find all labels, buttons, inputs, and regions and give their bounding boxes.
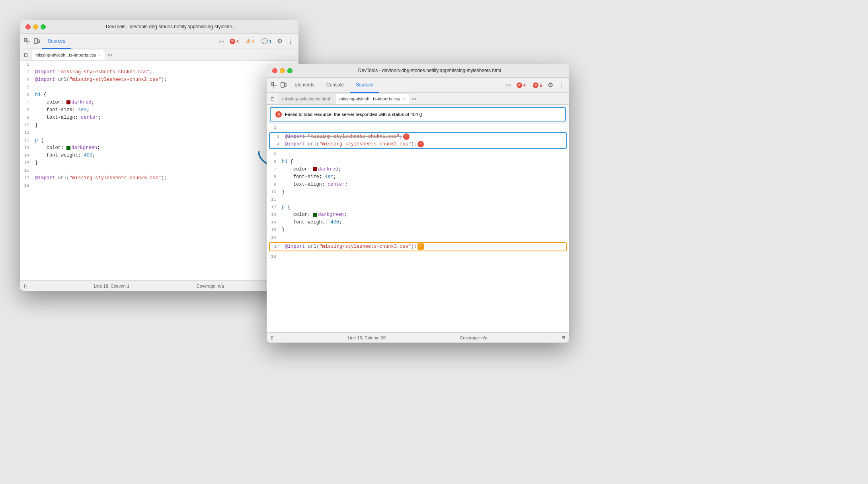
file-tab-css-1[interactable]: missing-stylesh...ts-imports.css × (31, 50, 105, 60)
file-tabs-bar-1: ⊡ missing-stylesh...ts-imports.css × >> (20, 49, 298, 61)
tab-console-2[interactable]: Console (321, 78, 349, 93)
code-line-3: 3 @import "missing-stylesheets-chukn1.cs… (20, 69, 298, 76)
code-line-6-w2: 6 h1 { (267, 158, 569, 166)
code-line-5: 5 (20, 84, 298, 91)
maximize-button-2[interactable] (287, 68, 293, 73)
window-title-2: DevTools - devtools-dbg-stories.netlify.… (296, 68, 564, 73)
more-file-tabs-icon-1[interactable]: >> (106, 52, 114, 58)
code-line-2: 2 (20, 61, 298, 69)
code-line-7-w2: 7 color: darkred; (267, 166, 569, 173)
svg-rect-9 (281, 82, 284, 87)
sidebar-toggle-1[interactable]: ⊡ (21, 51, 30, 59)
info-badge-1[interactable]: 💬 1 (259, 37, 274, 45)
close-tab-icon-2[interactable]: × (402, 97, 405, 101)
tab-elements-2[interactable]: Elements (289, 78, 320, 93)
code-line-14: 14 font-weight: 400; (20, 152, 298, 159)
code-line-15: 15 } (20, 159, 298, 167)
status-braces-1: {} (24, 284, 27, 288)
devtools-tabs-1: Sources (42, 34, 216, 49)
code-line-7: 7 color: darkred; (20, 99, 298, 106)
code-editor-1[interactable]: 2 3 @import "missing-stylesheets-chukn1.… (20, 61, 298, 280)
code-line-9-w2: 9 text-align: center; (267, 181, 569, 188)
file-tab-css-2[interactable]: missing-stylesh...ts-imports.css × (335, 94, 409, 104)
devtools-window-1: DevTools - devtools-dbg-stories.netlify.… (20, 20, 298, 291)
code-line-15-w2: 15 } (267, 226, 569, 234)
code-line-16-w2: 16 (267, 234, 569, 241)
status-icon-2: ⊟ (562, 335, 565, 340)
titlebar-1: DevTools - devtools-dbg-stories.netlify.… (20, 20, 298, 34)
traffic-lights-1 (25, 24, 46, 29)
status-position-2: Line 13, Column 20 (348, 335, 386, 340)
menu-icon-2[interactable]: ⋮ (556, 80, 566, 90)
code-line-8-w2: 8 font-size: 4em; (267, 173, 569, 181)
devtools-toolbar-1: Sources >> ✕ 4 ⚠ 1 💬 1 ⚙ ⋮ (20, 34, 298, 49)
code-line-8: 8 font-size: 4em; (20, 106, 298, 114)
code-line-4-w2: 4 @import url("missing-stylesheets-chunk… (270, 141, 566, 148)
error-badge-2a[interactable]: ✕ 4 (514, 82, 528, 89)
minimize-button-2[interactable] (280, 68, 285, 73)
file-tab-css-name: missing-stylesh...ts-imports.css (339, 96, 400, 101)
toolbar-badges-1: ✕ 4 ⚠ 1 💬 1 (227, 37, 274, 45)
code-line-12-w2: 12 p { (267, 204, 569, 211)
close-tab-icon-1[interactable]: × (98, 53, 101, 57)
menu-icon-1[interactable]: ⋮ (286, 36, 295, 47)
code-line-13-w2: 13 color: darkgreen; (267, 211, 569, 219)
line-error-badge-4: ✕ (417, 141, 424, 147)
code-line-6: 6 h1 { (20, 91, 298, 99)
code-line-9: 9 text-align: center; (20, 114, 298, 121)
status-braces-2: {} (271, 335, 273, 340)
titlebar-2: DevTools - devtools-dbg-stories.netlify.… (267, 64, 569, 78)
more-tabs-icon-2[interactable]: >> (504, 82, 513, 88)
minimize-button[interactable] (33, 24, 38, 29)
error-popup: ✕ Failed to load resource: the server re… (270, 107, 566, 121)
error-icon-1: ✕ (230, 39, 235, 44)
code-line-10-w2: 10 } (267, 188, 569, 196)
code-line-13: 13 color: darkgreen; (20, 144, 298, 152)
code-line-10: 10 } (20, 121, 298, 129)
error-badge-2b[interactable]: ✕ 5 (531, 82, 544, 89)
warning-highlight-block: 17 @import url("missing-stylesheets-chun… (269, 242, 567, 251)
error-icon-2b: ✕ (533, 82, 538, 88)
inspect-icon-2[interactable] (270, 81, 278, 89)
gear-icon-2[interactable]: ⚙ (546, 80, 555, 90)
error-badge-1[interactable]: ✕ 4 (227, 38, 241, 45)
window-title-1: DevTools - devtools-dbg-stories.netlify.… (49, 24, 293, 29)
devtools-tabs-2: Elements Console Sources (289, 78, 503, 93)
file-tab-html-name: missing-stylesheets.html (282, 96, 330, 101)
more-tabs-icon-1[interactable]: >> (217, 38, 226, 45)
status-coverage-2: Coverage: n/a (460, 335, 488, 340)
more-file-tabs-icon-2[interactable]: >> (410, 96, 418, 102)
line-warning-badge-17: ! (417, 243, 424, 250)
device-icon-2[interactable] (279, 81, 287, 89)
maximize-button[interactable] (41, 24, 46, 29)
device-icon[interactable] (33, 37, 41, 45)
code-line-18-w2: 18 (267, 253, 569, 261)
file-tab-name-1: missing-stylesh...ts-imports.css (35, 53, 96, 57)
code-line-17-w2: 17 @import url("missing-stylesheets-chun… (270, 243, 566, 251)
error-popup-icon: ✕ (275, 111, 282, 118)
tab-sources-1[interactable]: Sources (42, 34, 71, 49)
code-line-18: 18 (20, 182, 298, 190)
svg-rect-4 (38, 40, 39, 43)
code-line-5-w2: 5 (267, 151, 569, 158)
status-position-1: Line 18, Column 1 (94, 284, 129, 288)
sidebar-toggle-2[interactable]: ⊡ (268, 95, 277, 102)
code-editor-2[interactable]: 2 3 @import "missing-stylesheets-chukn1.… (267, 124, 569, 332)
status-coverage-1: Coverage: n/a (196, 284, 224, 288)
tab-sources-2[interactable]: Sources (350, 78, 379, 93)
code-line-2-w2: 2 (267, 124, 569, 131)
gear-icon-1[interactable]: ⚙ (275, 36, 284, 47)
code-line-4: 4 @import url("missing-stylesheets-chunk… (20, 76, 298, 84)
close-button-2[interactable] (272, 68, 277, 73)
svg-rect-10 (285, 84, 286, 86)
svg-rect-6 (271, 82, 273, 85)
code-line-14-w2: 14 font-weight: 400; (267, 219, 569, 226)
file-tab-html-2[interactable]: missing-stylesheets.html (278, 94, 334, 104)
status-bar-1: {} Line 18, Column 1 Coverage: n/a ⊟ (20, 280, 298, 291)
inspect-icon[interactable] (23, 37, 31, 45)
error-popup-message: Failed to load resource: the server resp… (285, 112, 422, 117)
code-line-12: 12 p { (20, 137, 298, 144)
close-button[interactable] (25, 24, 31, 29)
code-line-3-w2: 3 @import "missing-stylesheets-chukn1.cs… (270, 133, 566, 141)
warning-badge-1[interactable]: ⚠ 1 (244, 37, 257, 45)
